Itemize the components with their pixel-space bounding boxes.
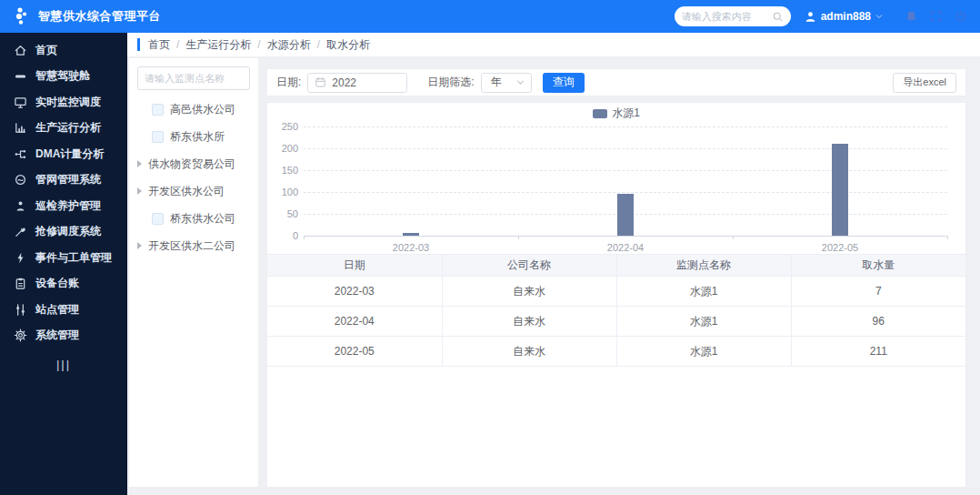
breadcrumb-item-1[interactable]: 生产运行分析 bbox=[185, 38, 251, 51]
bar-2022-03 bbox=[403, 233, 419, 236]
table-cell: 自来水 bbox=[442, 277, 616, 307]
table-cell: 7 bbox=[791, 277, 965, 307]
table-header-cell: 取水量 bbox=[791, 255, 965, 277]
table-cell: 2022-05 bbox=[267, 337, 442, 367]
table-cell: 96 bbox=[791, 307, 965, 337]
breadcrumb-accent bbox=[137, 38, 140, 51]
gear-icon bbox=[14, 328, 27, 342]
breadcrumb-item-2[interactable]: 水源分析 bbox=[267, 38, 311, 51]
table-header-cell: 监测点名称 bbox=[616, 255, 791, 277]
x-axis-tick bbox=[947, 236, 948, 239]
sidebar-item-label: 实时监控调度 bbox=[35, 95, 101, 110]
tree-item-1[interactable]: 桥东供水所 bbox=[129, 123, 258, 150]
select-value: 年 bbox=[491, 75, 502, 90]
app-logo-icon bbox=[13, 6, 31, 26]
user-icon bbox=[804, 10, 817, 24]
dashboard-icon bbox=[14, 69, 27, 83]
x-axis-tick-label: 2022-05 bbox=[808, 242, 872, 253]
sidebar-item-7[interactable]: 抢修调度系统 bbox=[0, 219, 127, 246]
sidebar-item-label: 管网管理系统 bbox=[35, 172, 101, 187]
checkbox[interactable] bbox=[152, 104, 164, 116]
station-icon bbox=[14, 303, 27, 317]
sidebar-item-9[interactable]: 设备台账 bbox=[0, 271, 127, 298]
app-title: 智慧供水综合管理平台 bbox=[38, 8, 161, 25]
caret-right-icon[interactable] bbox=[137, 187, 142, 195]
breadcrumb-item-0[interactable]: 首页 bbox=[148, 38, 170, 51]
tree-item-2[interactable]: 供水物资贸易公司 bbox=[129, 150, 258, 177]
checkbox[interactable] bbox=[152, 213, 164, 225]
gridline bbox=[304, 148, 947, 149]
date-picker[interactable]: 2022 bbox=[307, 73, 407, 93]
table-cell: 自来水 bbox=[442, 307, 616, 337]
sidebar-item-3[interactable]: 生产运行分析 bbox=[0, 116, 127, 142]
sidebar-item-label: 系统管理 bbox=[35, 328, 79, 343]
device-icon bbox=[14, 277, 27, 290]
filter-bar: 日期: 2022 日期筛选: 年 查询 导出excel bbox=[266, 68, 966, 96]
sidebar-item-5[interactable]: 管网管理系统 bbox=[0, 167, 127, 194]
sidebar-item-label: 抢修调度系统 bbox=[35, 224, 101, 239]
user-menu[interactable]: admin888 bbox=[804, 10, 884, 24]
x-axis-tick bbox=[518, 236, 519, 239]
legend-label: 水源1 bbox=[612, 106, 640, 121]
tree-item-label: 开发区供水公司 bbox=[148, 184, 225, 199]
table-cell: 水源1 bbox=[616, 337, 791, 367]
patrol-icon bbox=[14, 199, 27, 213]
tree-search bbox=[137, 66, 250, 90]
tree-item-3[interactable]: 开发区供水公司 bbox=[129, 177, 258, 205]
date-granularity-select[interactable]: 年 bbox=[481, 73, 532, 93]
intake-bar-chart: 水源1 0501001502002502022-032022-042022-05 bbox=[267, 103, 965, 254]
sidebar-item-label: 事件与工单管理 bbox=[35, 250, 112, 266]
table-header-cell: 日期 bbox=[267, 255, 442, 277]
sidebar-item-2[interactable]: 实时监控调度 bbox=[0, 89, 127, 116]
y-axis-tick-label: 250 bbox=[269, 121, 298, 132]
tree-item-label: 桥东供水公司 bbox=[170, 211, 235, 227]
sidebar-item-11[interactable]: 系统管理 bbox=[0, 323, 127, 349]
chevron-down-icon bbox=[875, 12, 884, 21]
export-excel-button[interactable]: 导出excel bbox=[893, 73, 956, 93]
sidebar-item-6[interactable]: 巡检养护管理 bbox=[0, 193, 127, 219]
breadcrumb-bar: 首页/生产运行分析/水源分析/取水分析 bbox=[127, 33, 980, 56]
top-header: 智慧供水综合管理平台 admin888 bbox=[0, 0, 980, 33]
caret-right-icon[interactable] bbox=[137, 160, 142, 167]
x-axis-tick bbox=[304, 236, 305, 239]
power-icon[interactable] bbox=[955, 10, 967, 23]
tree-item-5[interactable]: 开发区供水二公司 bbox=[129, 232, 258, 259]
sidebar-item-4[interactable]: DMA计量分析 bbox=[0, 141, 127, 167]
chart-icon bbox=[14, 121, 27, 135]
bell-icon[interactable] bbox=[905, 10, 918, 24]
chart-legend[interactable]: 水源1 bbox=[267, 106, 965, 121]
search-icon[interactable] bbox=[772, 11, 784, 23]
table-cell: 211 bbox=[791, 337, 965, 367]
fullscreen-icon[interactable] bbox=[930, 10, 943, 23]
tree-search-input[interactable] bbox=[137, 66, 250, 90]
sidebar-item-0[interactable]: 首页 bbox=[0, 37, 127, 64]
caret-right-icon[interactable] bbox=[137, 242, 142, 249]
tree-item-label: 供水物资贸易公司 bbox=[148, 157, 235, 172]
table-row: 2022-03自来水水源17 bbox=[267, 277, 965, 307]
query-button[interactable]: 查询 bbox=[543, 73, 585, 93]
gridline bbox=[304, 126, 947, 127]
breadcrumb: 首页/生产运行分析/水源分析/取水分析 bbox=[148, 37, 370, 53]
repair-icon bbox=[14, 225, 27, 238]
y-axis-tick-label: 100 bbox=[269, 187, 298, 197]
legend-swatch bbox=[593, 109, 607, 118]
global-search-input[interactable] bbox=[682, 11, 772, 22]
table-cell: 自来水 bbox=[442, 337, 616, 367]
table-row: 2022-05自来水水源1211 bbox=[267, 337, 965, 367]
sidebar-item-8[interactable]: 事件与工单管理 bbox=[0, 245, 127, 271]
table-cell: 2022-03 bbox=[267, 277, 442, 307]
sidebar-collapse-toggle[interactable]: ||| bbox=[0, 350, 127, 378]
network-icon bbox=[14, 147, 27, 161]
checkbox[interactable] bbox=[152, 131, 164, 143]
sidebar-item-1[interactable]: 智慧驾驶舱 bbox=[0, 64, 127, 90]
tree-item-0[interactable]: 高邑供水公司 bbox=[129, 96, 258, 123]
bar-2022-04 bbox=[617, 194, 634, 236]
sidebar-item-10[interactable]: 站点管理 bbox=[0, 297, 127, 323]
pipe-network-icon bbox=[14, 173, 27, 187]
breadcrumb-item-3[interactable]: 取水分析 bbox=[326, 38, 370, 51]
table-cell: 水源1 bbox=[616, 307, 791, 337]
y-axis-tick-label: 0 bbox=[269, 230, 298, 241]
breadcrumb-separator: / bbox=[317, 38, 320, 51]
x-axis-line bbox=[304, 236, 947, 237]
tree-item-4[interactable]: 桥东供水公司 bbox=[129, 205, 258, 232]
